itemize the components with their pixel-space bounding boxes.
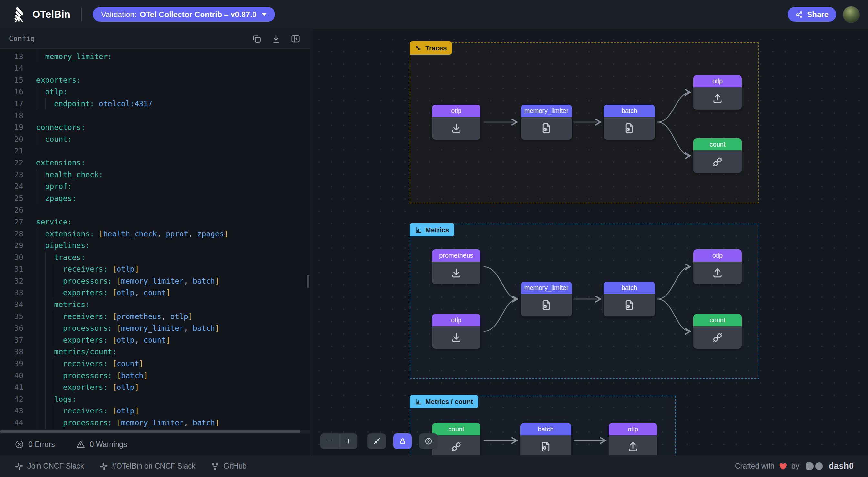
token: [ [117,370,121,382]
node-prometheus-receiver[interactable]: prometheus [432,249,480,284]
token: exporters: [63,287,107,299]
copy-config-button[interactable] [252,33,263,44]
indent-guide [45,263,54,275]
pipeline-group-tag-traces[interactable]: Traces [410,41,452,55]
node-otlp-exporter[interactable]: otlp [609,423,657,455]
zoom-button-group [320,434,358,449]
node-otlp-exporter[interactable]: otlp [693,249,742,284]
node-batch-processor[interactable]: batch [604,281,655,317]
node-otlp-exporter[interactable]: otlp [693,75,742,110]
share-button[interactable]: Share [787,7,836,22]
token [108,381,113,393]
token: [ [99,228,103,240]
token: connectors: [36,121,85,133]
footer-link-join-cncf-slack[interactable]: Join CNCF Slack [15,462,84,471]
indent-guide [36,181,45,192]
config-actions [252,33,302,44]
line-number: 38 [0,346,25,358]
node-batch-processor[interactable]: batch [604,105,655,140]
node-count-connector[interactable]: count [432,423,480,455]
zoom-in-button[interactable] [339,434,358,449]
node-body [432,326,480,349]
node-count-connector[interactable]: count [693,314,742,349]
token: [ [117,322,121,334]
node-batch-processor[interactable]: batch [520,423,571,455]
validation-dropdown[interactable]: Validation: OTel Collector Contrib – v0.… [93,7,275,22]
node-body [609,435,657,455]
node-label: count [693,314,742,326]
node-count-connector[interactable]: count [693,138,742,173]
code-line-17: 17endpoint: otelcol:4317 [0,98,310,110]
token [108,358,113,370]
footer-link--otelbin-on-cncf-slack[interactable]: #OTelBin on CNCF Slack [99,462,195,471]
lock-button[interactable] [393,434,412,449]
indent-guide [45,370,54,382]
token: otlp [117,263,134,275]
yaml-code-editor[interactable]: 12batch:13memory_limiter:1415exporters:1… [0,49,310,458]
token: zpages: [45,192,76,204]
pipeline-group-tag-metrics[interactable]: Metrics [410,223,454,236]
editor-horizontal-scrollbar[interactable] [0,430,310,433]
token: health_check: [45,169,103,181]
node-label: count [693,138,742,150]
code-line-29: 29pipelines: [0,240,310,251]
node-label: otlp [609,423,657,435]
token: ] [215,417,220,429]
indent-guide [36,192,45,204]
zoom-out-button[interactable] [320,434,339,449]
line-number: 34 [0,299,25,311]
token: [ [112,311,117,323]
line-content: receivers: [prometheus, otlp] [36,311,193,323]
indent-guide [45,405,54,417]
token: [ [112,263,117,275]
footer-link-github[interactable]: GitHub [211,462,247,471]
code-line-41: 41exporters: [otlp] [0,381,310,393]
user-avatar[interactable] [843,6,860,23]
dash0-o-glyph [815,463,823,470]
line-number: 25 [0,192,25,204]
token: ] [215,322,220,334]
download-config-button[interactable] [271,33,282,44]
line-number: 37 [0,334,25,346]
node-body [432,117,480,140]
line-content: memory_limiter: [36,51,112,63]
token: otlp [117,287,134,299]
h-scrollbar-thumb[interactable] [0,430,300,433]
errors-count: 0 Errors [28,440,55,449]
token: receivers: [63,263,107,275]
pipeline-group-tag-metrics-count[interactable]: Metrics / count [410,395,478,408]
line-content: exporters: [36,74,81,86]
node-memory_limiter-processor[interactable]: memory_limiter [521,281,572,317]
file-gear-icon [624,299,635,311]
node-memory_limiter-processor[interactable]: memory_limiter [521,105,572,140]
token: , [157,228,166,240]
indent-guide [36,381,45,393]
token [94,98,99,110]
dash0-brand-name[interactable]: dash0 [829,461,854,471]
help-button[interactable] [419,434,438,449]
indent-guide [36,86,45,98]
heart-icon [779,462,787,471]
indent-guide [36,417,45,429]
pipeline-diagram-canvas[interactable]: TracesMetricsMetrics / count otlpmemory_… [310,29,868,455]
line-number: 17 [0,98,25,110]
token: otlp [170,311,188,323]
token: , [184,322,193,334]
node-body [520,435,571,455]
code-line-24: 24pprof: [0,181,310,192]
code-line-37: 37exporters: [otlp, count] [0,334,310,346]
node-otlp-receiver[interactable]: otlp [432,105,480,140]
share-label: Share [807,10,829,19]
node-label: otlp [432,105,480,117]
line-content: otlp: [36,86,67,98]
indent-guide [36,405,45,417]
editor-vertical-scrollbar[interactable] [307,275,309,288]
node-otlp-receiver[interactable]: otlp [432,314,480,349]
token: otlp [117,405,134,417]
node-label: otlp [693,75,742,87]
collapse-panel-button[interactable] [290,33,302,44]
line-content: logs: [36,393,76,405]
fit-view-button[interactable] [368,434,386,449]
dash0-logo-icon[interactable] [806,463,823,470]
code-lines: 12batch:13memory_limiter:1415exporters:1… [0,49,310,429]
